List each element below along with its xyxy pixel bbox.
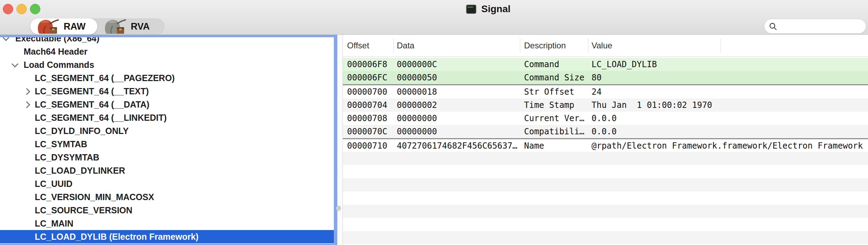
column-divider bbox=[393, 38, 394, 53]
sidebar-item-label: LC_SYMTAB bbox=[0, 139, 87, 149]
sidebar-item[interactable]: LC_UUID bbox=[0, 177, 334, 190]
cell-offset: 00000710 bbox=[343, 141, 397, 151]
sidebar-item-label: LC_SOURCE_VERSION bbox=[0, 205, 132, 215]
cell-description: Command bbox=[524, 60, 592, 69]
empty-row-stripes bbox=[343, 152, 868, 245]
sidebar-item[interactable]: Executable (X86_64) bbox=[0, 35, 334, 45]
sidebar-item-label: Executable (X86_64) bbox=[0, 35, 99, 44]
column-divider bbox=[520, 38, 520, 53]
segment-rva-label: RVA bbox=[131, 21, 150, 32]
column-header-value[interactable]: Value bbox=[592, 35, 612, 56]
cell-value: Thu Jan 1 01:00:02 1970 bbox=[592, 100, 868, 110]
sidebar-item-label: LC_DYLD_INFO_ONLY bbox=[0, 126, 129, 136]
cell-data: 00000050 bbox=[397, 73, 524, 82]
column-divider bbox=[588, 38, 588, 53]
sidebar-item-label: LC_DYSYMTAB bbox=[0, 152, 99, 163]
cell-description: Command Size bbox=[524, 73, 592, 82]
cell-value: @rpath/Electron Framework.framework/Elec… bbox=[592, 141, 868, 151]
search-icon bbox=[769, 22, 777, 31]
sidebar-item-label: LC_VERSION_MIN_MACOSX bbox=[0, 192, 154, 202]
cell-description: Time Stamp bbox=[524, 100, 592, 110]
raw-rva-segmented-control: RAW RVA bbox=[30, 18, 164, 34]
cell-offset: 00000708 bbox=[343, 113, 397, 123]
cell-value: LC_LOAD_DYLIB bbox=[592, 60, 868, 69]
cell-data: 00000000 bbox=[397, 127, 524, 136]
cell-value: 0.0.0 bbox=[592, 113, 868, 123]
table-row[interactable]: 00000700 00000018 Str Offset 24 bbox=[343, 85, 868, 98]
column-header-offset[interactable]: Offset bbox=[347, 35, 369, 56]
cell-data: 4072706174682F456C65637… bbox=[397, 141, 524, 151]
cell-value: 80 bbox=[592, 73, 868, 82]
sidebar-item[interactable]: LC_DYLD_INFO_ONLY bbox=[0, 124, 334, 137]
splitter-handle[interactable] bbox=[336, 206, 341, 211]
segment-raw-label: RAW bbox=[64, 21, 86, 32]
sidebar-item[interactable]: LC_SYMTAB bbox=[0, 137, 334, 151]
sidebar-item[interactable]: LC_SEGMENT_64 (__DATA) bbox=[0, 98, 334, 111]
sidebar-item-label: LC_SEGMENT_64 (__TEXT) bbox=[0, 86, 149, 96]
zoom-button[interactable] bbox=[30, 4, 40, 14]
cell-description: Compatibili… bbox=[524, 127, 592, 136]
cell-data: 00000000 bbox=[397, 113, 524, 123]
sidebar-item-label: LC_SEGMENT_64 (__DATA) bbox=[0, 100, 150, 110]
table-row[interactable]: 000006FC 00000050 Command Size 80 bbox=[343, 71, 868, 84]
sidebar-item[interactable]: LC_DYSYMTAB bbox=[0, 151, 334, 164]
search-field[interactable] bbox=[764, 19, 866, 33]
cell-data: 0000000C bbox=[397, 60, 524, 69]
cell-value: 0.0.0 bbox=[592, 127, 868, 136]
window-title-group: Signal bbox=[466, 2, 511, 16]
sidebar-item[interactable]: Load Commands bbox=[0, 58, 334, 71]
cell-value: 24 bbox=[592, 87, 868, 97]
table-row[interactable]: 000006F8 0000000C Command LC_LOAD_DYLIB bbox=[343, 58, 868, 71]
window-title: Signal bbox=[481, 3, 511, 15]
table-row[interactable]: 00000704 00000002 Time Stamp Thu Jan 1 0… bbox=[343, 98, 868, 112]
cell-description: Name bbox=[524, 141, 592, 151]
sidebar-item-label: Mach64 Header bbox=[0, 47, 87, 57]
sidebar-item-label: LC_MAIN bbox=[0, 219, 73, 229]
segment-raw[interactable]: RAW bbox=[30, 18, 97, 34]
table-rows: 000006F8 0000000C Command LC_LOAD_DYLIB … bbox=[343, 58, 868, 152]
sidebar-item[interactable]: LC_SEGMENT_64 (__LINKEDIT) bbox=[0, 111, 334, 124]
search-input[interactable] bbox=[780, 21, 861, 32]
table-header: Offset Data Description Value bbox=[343, 35, 868, 57]
sidebar-item[interactable]: LC_LOAD_DYLIB (Electron Framework) bbox=[0, 230, 334, 243]
close-button[interactable] bbox=[3, 4, 13, 14]
table-row[interactable]: 00000708 00000000 Current Ver… 0.0.0 bbox=[343, 112, 868, 125]
column-header-description[interactable]: Description bbox=[524, 35, 566, 56]
sidebar-item-label: LC_SEGMENT_64 (__LINKEDIT) bbox=[0, 113, 167, 123]
column-divider bbox=[721, 38, 721, 53]
apple-core-gray-icon bbox=[104, 19, 127, 34]
sidebar-item[interactable]: Mach64 Header bbox=[0, 45, 334, 58]
minimize-button[interactable] bbox=[16, 4, 27, 14]
sidebar-item[interactable]: LC_MAIN bbox=[0, 217, 334, 230]
sidebar-item[interactable]: LC_SOURCE_VERSION bbox=[0, 204, 334, 217]
sidebar-item[interactable]: LC_SEGMENT_64 (__PAGEZERO) bbox=[0, 71, 334, 85]
sidebar-item[interactable]: LC_SEGMENT_64 (__TEXT) bbox=[0, 85, 334, 98]
column-header-data[interactable]: Data bbox=[397, 35, 415, 56]
cell-offset: 00000704 bbox=[343, 100, 397, 110]
sidebar-item-label: LC_SEGMENT_64 (__PAGEZERO) bbox=[0, 73, 175, 83]
cell-offset: 000006FC bbox=[343, 73, 397, 82]
segment-rva[interactable]: RVA bbox=[97, 18, 164, 34]
executable-icon bbox=[466, 5, 476, 14]
sidebar-tree: Executable (X86_64) Mach64 Header Load C… bbox=[0, 35, 334, 243]
sidebar-item[interactable]: LC_LOAD_DYLINKER bbox=[0, 164, 334, 177]
pane-splitter[interactable] bbox=[337, 35, 343, 245]
sidebar-item-label: LC_LOAD_DYLIB (Electron Framework) bbox=[0, 232, 199, 242]
cell-offset: 000006F8 bbox=[343, 60, 397, 69]
cell-offset: 0000070C bbox=[343, 127, 397, 136]
table-row[interactable]: 0000070C 00000000 Compatibili… 0.0.0 bbox=[343, 125, 868, 138]
sidebar-item-label: LC_UUID bbox=[0, 179, 72, 189]
cell-data: 00000002 bbox=[397, 100, 524, 110]
table-row[interactable]: 00000710 4072706174682F456C65637… Name @… bbox=[343, 139, 868, 152]
apple-core-red-icon bbox=[37, 19, 60, 34]
detail-table: Offset Data Description Value 000006F8 0… bbox=[343, 35, 868, 245]
cell-description: Current Ver… bbox=[524, 113, 592, 123]
sidebar-item-label: LC_LOAD_DYLINKER bbox=[0, 166, 125, 176]
cell-offset: 00000700 bbox=[343, 87, 397, 97]
sidebar-item[interactable]: LC_VERSION_MIN_MACOSX bbox=[0, 190, 334, 204]
window-chrome: Signal RAW R bbox=[0, 0, 868, 35]
cell-description: Str Offset bbox=[524, 87, 592, 97]
cell-data: 00000018 bbox=[397, 87, 524, 97]
sidebar: Executable (X86_64) Mach64 Header Load C… bbox=[0, 35, 337, 245]
